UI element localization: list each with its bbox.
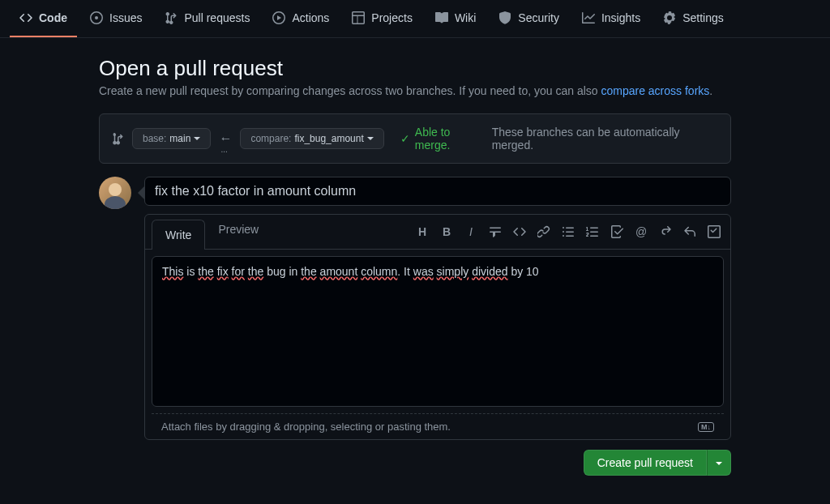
code-icon [19, 11, 32, 24]
merge-status: ✓ Able to merge. These branches can be a… [400, 126, 719, 152]
link-icon[interactable] [537, 225, 550, 238]
description-wrap: This is the fix for the bug in the amoun… [145, 250, 730, 413]
compare-bar: base: main ← compare: fix_bug_amount ✓ A… [99, 113, 731, 164]
tab-security[interactable]: Security [489, 0, 569, 37]
cross-reference-icon[interactable] [659, 225, 672, 238]
caret-down-icon [716, 462, 722, 465]
pr-description-textarea[interactable]: This is the fix for the bug in the amoun… [152, 256, 724, 407]
compare-forks-link[interactable]: compare across forks [601, 84, 709, 97]
merge-desc-text: These branches can be automatically merg… [492, 126, 719, 152]
check-icon: ✓ [400, 132, 410, 145]
tasklist-icon[interactable] [610, 225, 623, 238]
page-title: Open a pull request [99, 56, 731, 81]
tab-projects[interactable]: Projects [342, 0, 422, 37]
tab-label: Security [518, 11, 559, 24]
tab-label: Pull requests [184, 11, 250, 24]
comment-box: Write Preview H B I @ [144, 214, 731, 440]
main-container: Open a pull request Create a new pull re… [0, 38, 731, 485]
caret-down-icon [367, 137, 374, 140]
git-pr-icon [165, 11, 178, 24]
tab-label: Actions [292, 11, 329, 24]
arrow-left-icon: ← [219, 131, 232, 146]
list-ordered-icon[interactable] [586, 225, 599, 238]
tab-label: Code [39, 11, 67, 24]
code-icon[interactable] [513, 225, 526, 238]
tab-issues[interactable]: Issues [80, 0, 152, 37]
tab-label: Wiki [455, 11, 476, 24]
tab-insights[interactable]: Insights [572, 0, 650, 37]
italic-icon[interactable]: I [464, 225, 477, 238]
markdown-icon[interactable]: M↓ [698, 422, 714, 432]
avatar[interactable] [99, 177, 131, 209]
markdown-toolbar: H B I @ [416, 225, 724, 238]
form-body: Write Preview H B I @ [144, 177, 731, 485]
compare-branch-dropdown[interactable]: compare: fix_bug_amount [240, 128, 383, 149]
merge-able-text: Able to merge. [415, 126, 487, 152]
pr-title-input[interactable] [144, 177, 731, 206]
mention-icon[interactable]: @ [635, 225, 648, 238]
tab-pull-requests[interactable]: Pull requests [155, 0, 259, 37]
write-preview-tabs: Write Preview [152, 215, 272, 249]
dot-circle-icon [90, 11, 103, 24]
page-subtitle: Create a new pull request by comparing c… [99, 84, 731, 97]
tab-label: Issues [109, 11, 142, 24]
play-circle-icon [272, 11, 285, 24]
table-icon [352, 11, 365, 24]
base-branch-dropdown[interactable]: base: main [132, 128, 211, 149]
gear-icon [663, 11, 676, 24]
create-pr-dropdown[interactable] [707, 450, 731, 476]
tab-settings[interactable]: Settings [653, 0, 734, 37]
book-icon [435, 11, 448, 24]
tab-preview[interactable]: Preview [205, 215, 272, 249]
reply-icon[interactable] [683, 225, 696, 238]
graph-icon [582, 11, 595, 24]
attach-text: Attach files by dragging & dropping, sel… [161, 421, 451, 433]
tab-write[interactable]: Write [152, 220, 205, 250]
attach-bar[interactable]: Attach files by dragging & dropping, sel… [152, 413, 724, 439]
bold-icon[interactable]: B [440, 225, 453, 238]
tab-wiki[interactable]: Wiki [426, 0, 486, 37]
tab-label: Settings [682, 11, 724, 24]
comment-tabs-row: Write Preview H B I @ [145, 215, 730, 250]
pr-form: Write Preview H B I @ [99, 177, 731, 485]
repo-nav-tabs: Code Issues Pull requests Actions Projec… [0, 0, 830, 38]
tab-label: Insights [601, 11, 640, 24]
quote-icon[interactable] [489, 225, 502, 238]
list-unordered-icon[interactable] [562, 225, 575, 238]
tab-code[interactable]: Code [10, 0, 77, 37]
tab-actions[interactable]: Actions [263, 0, 339, 37]
caret-down-icon [194, 137, 200, 140]
diff-icon[interactable] [708, 225, 721, 238]
shield-icon [498, 11, 511, 24]
tab-label: Projects [371, 11, 413, 24]
create-pr-button[interactable]: Create pull request [584, 450, 707, 476]
submit-row: Create pull request [144, 440, 731, 485]
git-compare-icon [111, 132, 124, 145]
heading-icon[interactable]: H [416, 225, 429, 238]
